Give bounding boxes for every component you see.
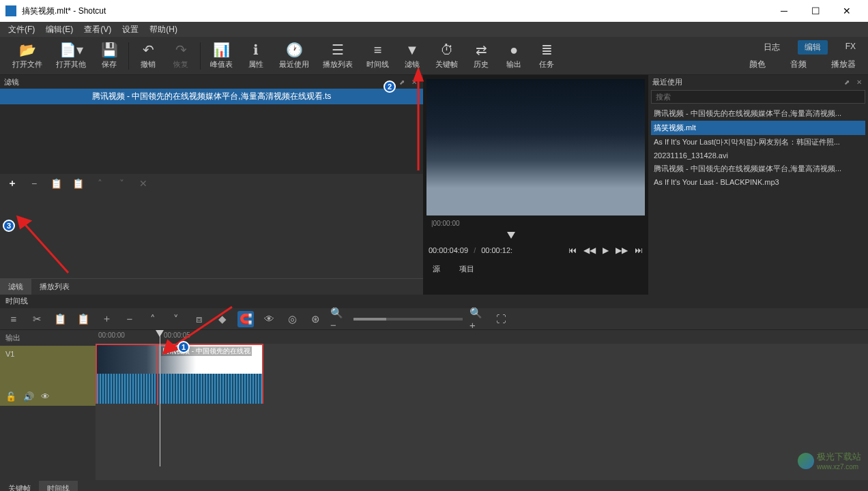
menu-help[interactable]: 帮助(H) [144,23,183,37]
keyframes-tab[interactable]: 关键帧 [0,481,39,492]
timeline-playhead[interactable] [160,330,160,466]
forward-button[interactable]: ▶▶ [616,246,628,255]
remove-filter-button[interactable]: − [27,177,41,190]
ripple-button[interactable]: ◎ [284,311,300,327]
recent-search-input[interactable] [651,90,865,104]
undo-icon: ↶ [143,42,154,58]
menu-settings[interactable]: 设置 [117,23,144,37]
recent-button[interactable]: 🕐最近使用 [272,39,316,72]
skip-end-button[interactable]: ⏭ [635,246,643,255]
log-tab[interactable]: 日志 [757,40,787,55]
scrub-button[interactable]: 👁 [261,311,277,327]
maximize-button[interactable]: ☐ [800,0,831,22]
play-button[interactable]: ▶ [603,246,609,255]
recent-item[interactable]: 腾讯视频 - 中国领先的在线视频媒体平台,海量高清视频... [651,162,865,176]
panel-popout-icon[interactable]: ⬈ [842,77,852,87]
recent-item[interactable]: 搞笑视频.mlt [651,121,865,135]
recent-item[interactable]: 20231116_131428.avi [651,149,865,162]
redo-icon: ↷ [175,42,187,58]
recent-item[interactable]: As If It's Your Last(마지막처럼)-网友别名：韩国证件照..… [651,135,865,149]
properties-button[interactable]: ℹ属性 [240,39,272,72]
minimize-button[interactable]: ─ [768,0,800,22]
paste-filter-button[interactable]: 📋 [71,177,85,190]
timeline-tab[interactable]: 时间线 [39,481,78,492]
skip-start-button[interactable]: ⏮ [568,246,577,255]
mute-icon[interactable]: 🔊 [23,391,34,402]
menu-button[interactable]: ≡ [5,311,22,327]
split-button[interactable]: ⧈ [191,311,207,327]
peak-meter-button[interactable]: 📊峰值表 [203,39,240,72]
preview-playhead[interactable] [507,232,515,239]
playlist-button[interactable]: ☰播放列表 [316,39,360,72]
playlist-tab[interactable]: 播放列表 [31,279,78,295]
filter-source-item[interactable]: 腾讯视频 - 中国领先的在线视频媒体平台,海量高清视频在线观看.ts [0,89,423,104]
marker-button[interactable]: ◆ [214,311,231,327]
panel-close-icon[interactable]: ✕ [854,77,864,87]
recent-item[interactable]: As If It's Your Last - BLACKPINK.mp3 [651,176,865,188]
keyframes-button[interactable]: ⏱关键帧 [429,39,465,72]
copy-button[interactable]: 📋 [52,311,68,327]
audio-tab[interactable]: 音频 [783,57,813,72]
ripple-all-button[interactable]: ⊛ [307,311,323,327]
zoom-fit-button[interactable]: ⛶ [493,311,509,327]
lock-icon[interactable]: 🔓 [5,391,16,402]
timeline-clip[interactable]: 腾讯视频 - 中国领先的在线视 [96,344,263,404]
add-filter-button[interactable]: ＋ [5,177,19,190]
deselect-button[interactable]: ✕ [136,177,150,190]
timeline-button[interactable]: ≡时间线 [360,39,396,72]
filter-tab[interactable]: 滤镜 [0,279,31,295]
cut-button[interactable]: ✂ [29,311,45,327]
current-time[interactable]: 00:00:04:09 [429,246,468,254]
history-button[interactable]: ⇄历史 [465,39,497,72]
zoom-in-button[interactable]: 🔍+ [469,311,486,327]
snap-button[interactable]: 🧲 [237,311,254,327]
save-button[interactable]: 💾保存 [93,39,126,72]
remove-button[interactable]: − [121,311,138,327]
menu-view[interactable]: 查看(V) [78,23,117,37]
recent-item[interactable]: 腾讯视频 - 中国领先的在线视频媒体平台,海量高清视频... [651,106,865,121]
project-tab[interactable]: 项目 [455,263,478,276]
menu-file[interactable]: 文件(F) [3,23,40,37]
save-icon: 💾 [101,42,118,58]
track-header-v1[interactable]: V1 🔓 🔊 👁 [0,346,96,406]
video-preview[interactable] [426,79,645,215]
overwrite-button[interactable]: ˅ [168,311,184,327]
redo-button[interactable]: ↷恢复 [164,39,197,72]
panel-close-icon[interactable]: ✕ [409,77,419,87]
open-other-button[interactable]: 📄▾打开其他 [49,39,93,72]
edit-tab[interactable]: 编辑 [798,40,828,55]
filters-button[interactable]: ▼滤镜 [396,39,429,72]
preview-tabs: 源 项目 [423,261,648,277]
rewind-button[interactable]: ◀◀ [583,246,596,255]
panel-popout-icon[interactable]: ⬈ [397,77,407,87]
folder-icon: 📂 [19,42,36,58]
player-tab[interactable]: 播放器 [824,57,863,72]
zoom-out-button[interactable]: 🔍− [330,311,347,327]
open-file-button[interactable]: 📂打开文件 [5,39,49,72]
color-tab[interactable]: 颜色 [742,57,772,72]
stopwatch-icon: ⏱ [440,42,454,58]
close-button[interactable]: ✕ [831,0,863,22]
copy-filter-button[interactable]: 📋 [49,177,63,190]
menubar: 文件(F) 编辑(E) 查看(V) 设置 帮助(H) [0,22,868,37]
source-tab[interactable]: 源 [429,263,444,276]
lift-button[interactable]: ˄ [145,311,161,327]
watermark: 极光下载站 www.xz7.com [798,451,861,471]
jobs-button[interactable]: ≣任务 [530,39,563,72]
hide-icon[interactable]: 👁 [41,391,50,402]
app-icon [5,5,16,16]
zoom-slider[interactable] [353,318,463,321]
export-button[interactable]: ●输出 [497,39,530,72]
move-down-button[interactable]: ˅ [115,177,128,190]
timeline-output-label[interactable]: 输出 [0,330,96,346]
menu-edit[interactable]: 编辑(E) [40,23,78,37]
fx-tab[interactable]: FX [839,40,863,55]
paste-button[interactable]: 📋 [75,311,91,327]
append-button[interactable]: ＋ [98,311,115,327]
preview-ruler[interactable]: |00:00:00 [423,220,648,240]
mode-tabs-bottom: 颜色 音频 播放器 [742,57,863,72]
undo-button[interactable]: ↶撤销 [132,39,164,72]
timeline-ruler[interactable]: 00:00:00 00:00:05 [96,330,868,344]
move-up-button[interactable]: ˄ [93,177,106,190]
filter-panel-header: 滤镜 ⬈ ✕ [0,75,423,89]
